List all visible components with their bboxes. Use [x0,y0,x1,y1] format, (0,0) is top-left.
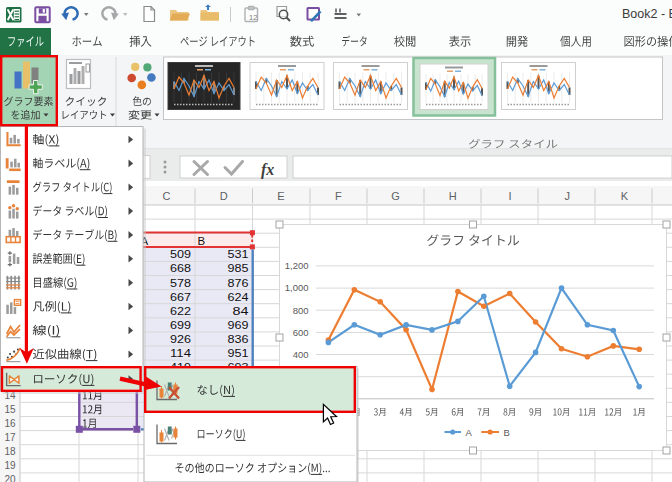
svg-text:J: J [565,190,571,202]
svg-text:C: C [163,190,171,202]
svg-text:F: F [335,190,342,202]
svg-text:12: 12 [249,13,257,22]
svg-text:19: 19 [4,460,16,471]
svg-text:1,000: 1,000 [285,282,309,293]
svg-text:926: 926 [170,333,191,345]
svg-text:K: K [621,190,629,202]
svg-text:84: 84 [233,305,250,317]
svg-text:fx: fx [261,161,274,179]
svg-text:667: 667 [170,291,191,303]
svg-text:622: 622 [170,305,191,317]
svg-text:578: 578 [170,277,191,289]
svg-text:Book2 - Excel: Book2 - Excel [622,7,672,21]
svg-text:836: 836 [228,333,249,345]
svg-text:969: 969 [228,319,249,331]
svg-text:699: 699 [170,319,191,331]
svg-text:20: 20 [4,474,16,482]
svg-text:509: 509 [170,248,191,260]
svg-text:A: A [466,427,473,438]
svg-text:17: 17 [4,432,16,443]
svg-text:B: B [198,235,206,247]
svg-text:H: H [449,190,457,202]
svg-text:18: 18 [4,446,16,457]
svg-text:600: 600 [293,327,309,338]
svg-text:I: I [508,190,511,202]
svg-text:800: 800 [293,305,309,316]
svg-text:985: 985 [228,262,249,274]
svg-text:G: G [391,190,400,202]
svg-text:15: 15 [4,404,16,415]
svg-text:951: 951 [228,347,249,359]
svg-text:624: 624 [228,291,250,303]
svg-text:876: 876 [228,277,249,289]
svg-text:B: B [504,427,510,438]
svg-text:16: 16 [4,418,16,429]
svg-text:400: 400 [293,349,309,360]
svg-text:E: E [277,190,284,202]
svg-text:1,200: 1,200 [285,260,309,271]
svg-text:D: D [220,190,228,202]
svg-text:114: 114 [170,347,192,359]
svg-text:531: 531 [228,248,249,260]
svg-text:668: 668 [170,262,191,274]
